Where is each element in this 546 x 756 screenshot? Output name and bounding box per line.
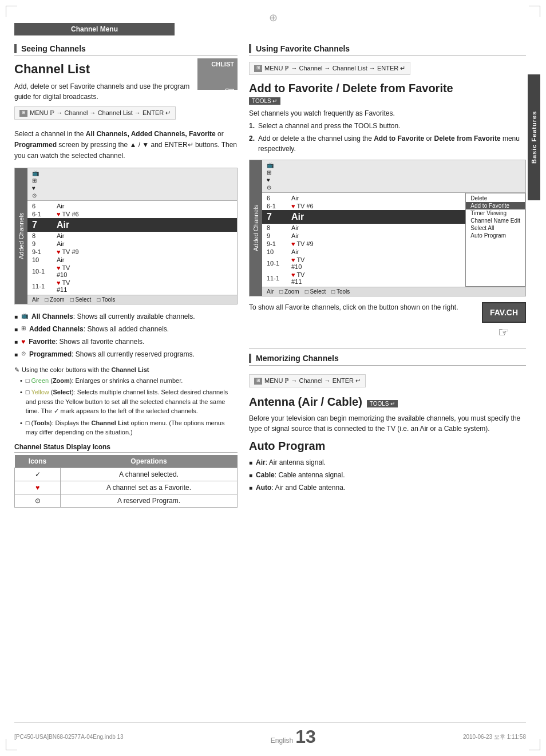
- operation-text: A channel set as a Favorite.: [61, 481, 238, 494]
- fav-button-area: FAV.CH ☞: [482, 302, 526, 340]
- channel-status-section: Channel Status Display Icons Icons Opera…: [14, 443, 238, 508]
- icon-checkmark: ✓: [15, 468, 61, 481]
- page-number: 13: [295, 726, 316, 747]
- channel-menu-bar: Channel Menu: [14, 23, 175, 35]
- fav-hand-icon: ☞: [498, 325, 509, 340]
- operation-text: A reserved Program.: [61, 494, 238, 507]
- footer-date: 2010-06-23 오후 1:11:58: [463, 733, 526, 741]
- channel-menu-label: Channel Menu: [71, 25, 118, 33]
- ch-sidebar-right: Added Channels: [250, 160, 262, 296]
- corner-tl: [6, 6, 17, 17]
- context-menu-item-timer[interactable]: Timer Viewing: [466, 209, 525, 217]
- all-channels-icon: 📺: [21, 311, 28, 320]
- ch-header: 📺 ⊞ ♥ ⊙: [27, 168, 237, 201]
- list-item: ⊙ Programmed: Shows all currently reserv…: [14, 349, 238, 359]
- add-fav-title: Add to Favorite / Delete from Favorite: [249, 82, 526, 95]
- table-row: 9-1 ♥ TV #9: [27, 248, 237, 256]
- table-row: ⊙ A reserved Program.: [15, 494, 238, 507]
- table-row: 9-1 ♥ TV #9: [262, 240, 465, 248]
- antenna-title-row: Antenna (Air / Cable) TOOLS ↵: [249, 395, 526, 412]
- table-header-operations: Operations: [61, 455, 238, 468]
- ch-content: 📺 ⊞ ♥ ⊙ 6 Air 6-1: [27, 168, 237, 304]
- ch-sidebar-label: Added Channels: [15, 168, 27, 304]
- table-row: 10 Air: [262, 248, 465, 256]
- channel-list-display-right: Added Channels 📺 ⊞ ♥ ⊙: [249, 160, 526, 296]
- ch-rows-with-menu: 6 Air 6-1 ♥ TV #6 7 Air: [262, 193, 525, 287]
- note-section: ✎ Using the color buttons with the Chann…: [14, 366, 238, 437]
- list-item: □ Yellow (Select): Selects multiple chan…: [20, 387, 238, 416]
- context-menu-item-auto-prog[interactable]: Auto Program: [466, 232, 525, 239]
- chlist-box: CHLIST ☞: [197, 58, 238, 90]
- icon-heart: ♥: [15, 481, 61, 494]
- list-item: 📺 All Channels: Shows all currently avai…: [14, 311, 238, 322]
- ch-header-icons: 📺 ⊞ ♥ ⊙: [32, 170, 39, 199]
- side-tab: Basic Features: [528, 74, 540, 200]
- operation-text: A channel selected.: [61, 468, 238, 481]
- programmed-icon: ⊙: [21, 349, 26, 358]
- note-header: ✎ Using the color buttons with the Chann…: [14, 366, 238, 374]
- page-number-area: English 13: [271, 726, 316, 747]
- add-fav-intro: Set channels you watch frequently as Fav…: [249, 109, 526, 117]
- fav-ch-section: To show all Favorite channels, click on …: [249, 302, 526, 340]
- ch-footer-right: Air □ Zoom □ Select □ Tools: [262, 287, 525, 296]
- ch-rows-right: 6 Air 6-1 ♥ TV #6 7 Air: [262, 193, 465, 287]
- list-item: Auto: Air and Cable antenna.: [249, 482, 526, 493]
- heading-bar: [14, 44, 17, 53]
- status-table: Icons Operations ✓ A channel selected. ♥…: [14, 455, 238, 508]
- footer-file: [PC450-USA]BN68-02577A-04Eng.indb 13: [14, 734, 124, 740]
- favorite-icon: ♥: [21, 337, 25, 347]
- using-fav-heading: Using Favorite Channels: [249, 44, 526, 56]
- icon-reserved: ⊙: [15, 494, 61, 507]
- table-row: ✓ A channel selected.: [15, 468, 238, 481]
- select-channel-text: Select a channel in the All Channels, Ad…: [14, 129, 238, 162]
- table-row: ♥ A channel set as a Favorite.: [15, 481, 238, 494]
- heading-bar: [249, 354, 251, 363]
- context-menu-item-name-edit[interactable]: Channel Name Edit: [466, 217, 525, 224]
- ch-footer: Air □ Zoom □ Select □ Tools: [27, 295, 237, 304]
- context-menu: Delete Add to Favorite Timer Viewing Cha…: [465, 193, 525, 287]
- right-column: Using Favorite Channels ⊞ MENU ℙ → Chann…: [249, 44, 526, 733]
- menu-icon-mem: ⊞: [254, 378, 262, 385]
- table-row: 9 Air: [262, 232, 465, 240]
- fav-ch-button[interactable]: FAV.CH: [482, 302, 526, 323]
- context-menu-item-add-fav[interactable]: Add to Favorite: [466, 202, 525, 209]
- tools-badge-fav: TOOLS ↵: [249, 97, 280, 105]
- list-item: 1. Select a channel and press the TOOLS …: [249, 121, 526, 131]
- ch-content-right: 📺 ⊞ ♥ ⊙ 6 Air 6-: [262, 160, 525, 296]
- table-header-icons: Icons: [15, 455, 61, 468]
- corner-tr: [529, 6, 540, 17]
- left-column: Seeing Channels Channel List CHLIST ☞ Ad…: [14, 44, 238, 733]
- page-footer: [PC450-USA]BN68-02577A-04Eng.indb 13 Eng…: [14, 722, 526, 747]
- fav-text: To show all Favorite channels, click on …: [249, 302, 473, 312]
- context-menu-item-select-all[interactable]: Select All: [466, 224, 525, 232]
- heading-bar: [249, 44, 251, 53]
- table-row: 9 Air: [27, 240, 237, 248]
- memorizing-heading: Memorizing Channels: [249, 354, 526, 366]
- ch-header-icons-right: 📺 ⊞ ♥ ⊙: [267, 162, 274, 191]
- added-channels-icon: ⊞: [21, 324, 26, 333]
- channel-list-display: Added Channels 📺 ⊞ ♥ ⊙: [14, 168, 238, 304]
- antenna-desc: Before your television can begin memoriz…: [249, 413, 526, 434]
- table-row-highlighted-right: 7 Air: [262, 210, 465, 224]
- page-number-label: English: [271, 737, 293, 745]
- menu-icon: ⊞: [19, 110, 27, 117]
- list-item: □ Green (Zoom): Enlarges or shrinks a ch…: [20, 376, 238, 386]
- table-row: 10 Air: [27, 256, 237, 264]
- two-col-layout: Seeing Channels Channel List CHLIST ☞ Ad…: [14, 44, 526, 733]
- context-menu-item-delete[interactable]: Delete: [466, 195, 525, 202]
- list-item: □ (Tools): Displays the Channel List opt…: [20, 418, 238, 437]
- table-row: 11-1 ♥ TV #11: [27, 279, 237, 294]
- seeing-channels-heading: Seeing Channels: [14, 44, 238, 56]
- ch-header-right: 📺 ⊞ ♥ ⊙: [262, 160, 525, 193]
- main-content: Channel Menu Seeing Channels Channel Lis…: [14, 23, 526, 733]
- table-row: 11-1 ♥ TV #11: [262, 271, 465, 286]
- memorizing-label: Memorizing Channels: [256, 354, 339, 363]
- list-item: Cable: Cable antenna signal.: [249, 470, 526, 480]
- using-fav-label: Using Favorite Channels: [256, 44, 350, 53]
- crosshair-top: ⊕: [269, 11, 278, 24]
- table-row: 6-1 ♥ TV #6: [262, 202, 465, 210]
- divider-1: [249, 349, 526, 349]
- seeing-channels-label: Seeing Channels: [21, 44, 86, 53]
- table-row: 10-1 ♥ TV #10: [262, 256, 465, 271]
- status-title: Channel Status Display Icons: [14, 443, 238, 453]
